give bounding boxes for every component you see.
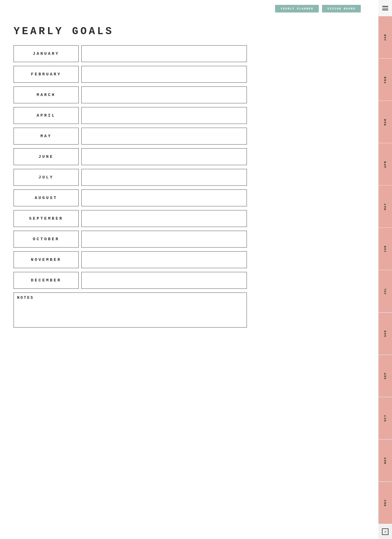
goal-row-jan: JANUARY xyxy=(14,45,247,62)
goal-input-dec[interactable] xyxy=(81,272,247,289)
goal-input-jan[interactable] xyxy=(81,45,247,62)
month-tabs: JANFEBMARAPRMAYJUNJULAUGSEPOCTNOVDEC xyxy=(378,16,392,524)
goal-input-nov[interactable] xyxy=(81,251,247,268)
month-label-dec: DECEMBER xyxy=(14,272,79,289)
goal-input-jun[interactable] xyxy=(81,148,247,165)
goal-row-aug: AUGUST xyxy=(14,190,247,206)
sidebar-tab-label-jun: JUN xyxy=(384,245,387,252)
goal-input-may[interactable] xyxy=(81,128,247,145)
notes-label: NOTES xyxy=(17,296,243,300)
sidebar-tab-oct[interactable]: OCT xyxy=(378,397,392,439)
goal-input-aug[interactable] xyxy=(81,190,247,206)
notes-input[interactable] xyxy=(17,301,243,323)
page-title: YEARLY GOALS xyxy=(14,25,362,37)
sidebar-tab-jul[interactable]: JUL xyxy=(378,270,392,312)
goal-row-feb: FEBRUARY xyxy=(14,66,247,83)
sidebar-tab-dec[interactable]: DEC xyxy=(378,482,392,524)
goal-input-oct[interactable] xyxy=(81,231,247,248)
sidebar-tab-label-may: MAY xyxy=(384,203,387,210)
sidebar-tab-jan[interactable]: JAN xyxy=(378,16,392,59)
sidebar-tab-label-mar: MAR xyxy=(384,118,387,126)
main-content: YEARLY GOALS JANUARYFEBRUARYMARCHAPRILMA… xyxy=(14,17,362,338)
sidebar-tab-apr[interactable]: APR xyxy=(378,143,392,185)
goal-row-mar: MARCH xyxy=(14,86,247,103)
month-label-sep: SEPTEMBER xyxy=(14,210,79,227)
goal-row-jun: JUNE xyxy=(14,148,247,165)
hamburger-menu[interactable] xyxy=(378,0,392,16)
goal-input-feb[interactable] xyxy=(81,66,247,83)
month-label-jan: JANUARY xyxy=(14,45,79,62)
sidebar-tab-jun[interactable]: JUN xyxy=(378,228,392,270)
month-label-may: MAY xyxy=(14,128,79,145)
goal-input-apr[interactable] xyxy=(81,107,247,124)
notes-box: NOTES xyxy=(14,293,247,328)
goal-row-jul: JULY xyxy=(14,169,247,186)
month-label-apr: APRIL xyxy=(14,107,79,124)
yearly-planner-button[interactable]: YEARLY PLANNER xyxy=(275,5,318,12)
month-label-jul: JULY xyxy=(14,169,79,186)
vision-board-button[interactable]: VISION BOARD xyxy=(322,5,361,12)
month-label-oct: OCTOBER xyxy=(14,231,79,248)
hamburger-line-2 xyxy=(382,8,388,9)
month-label-feb: FEBRUARY xyxy=(14,66,79,83)
sidebar-bottom: ↗ xyxy=(378,524,392,539)
goal-row-apr: APRIL xyxy=(14,107,247,124)
sidebar-tab-nov[interactable]: NOV xyxy=(378,439,392,482)
sidebar-tab-label-sep: SEP xyxy=(384,372,387,379)
sidebar-tab-may[interactable]: MAY xyxy=(378,185,392,228)
goal-row-dec: DECEMBER xyxy=(14,272,247,289)
month-label-jun: JUNE xyxy=(14,148,79,165)
sidebar-tab-sep[interactable]: SEP xyxy=(378,355,392,397)
month-label-mar: MARCH xyxy=(14,86,79,103)
hamburger-line-1 xyxy=(382,6,388,7)
goal-row-sep: SEPTEMBER xyxy=(14,210,247,227)
sidebar-tab-aug[interactable]: AUG xyxy=(378,313,392,355)
month-label-nov: NOVEMBER xyxy=(14,251,79,268)
sidebar-tab-label-jul: JUL xyxy=(384,288,387,295)
sidebar-tab-label-feb: FEB xyxy=(384,76,387,83)
sidebar-tab-label-apr: APR xyxy=(384,161,387,168)
notes-section: NOTES xyxy=(14,293,247,328)
goal-row-nov: NOVEMBER xyxy=(14,251,247,268)
goal-row-oct: OCTOBER xyxy=(14,231,247,248)
month-label-aug: AUGUST xyxy=(14,190,79,206)
goal-row-may: MAY xyxy=(14,128,247,145)
sidebar-tab-mar[interactable]: MAR xyxy=(378,101,392,143)
sidebar-tab-label-jan: JAN xyxy=(384,34,387,41)
goal-input-sep[interactable] xyxy=(81,210,247,227)
hamburger-line-3 xyxy=(382,9,388,10)
goal-input-mar[interactable] xyxy=(81,86,247,103)
goal-input-jul[interactable] xyxy=(81,169,247,186)
sidebar-tab-feb[interactable]: FEB xyxy=(378,59,392,101)
hamburger-icon xyxy=(382,6,388,10)
goals-container: JANUARYFEBRUARYMARCHAPRILMAYJUNEJULYAUGU… xyxy=(14,45,247,289)
sidebar-tab-label-dec: DEC xyxy=(384,499,387,506)
top-navigation: YEARLY PLANNER VISION BOARD xyxy=(0,0,392,17)
export-button[interactable]: ↗ xyxy=(382,528,388,535)
right-sidebar: JANFEBMARAPRMAYJUNJULAUGSEPOCTNOVDEC ↗ xyxy=(378,0,392,539)
sidebar-tab-label-nov: NOV xyxy=(384,457,387,464)
sidebar-tab-label-oct: OCT xyxy=(384,415,387,422)
sidebar-tab-label-aug: AUG xyxy=(384,330,387,337)
